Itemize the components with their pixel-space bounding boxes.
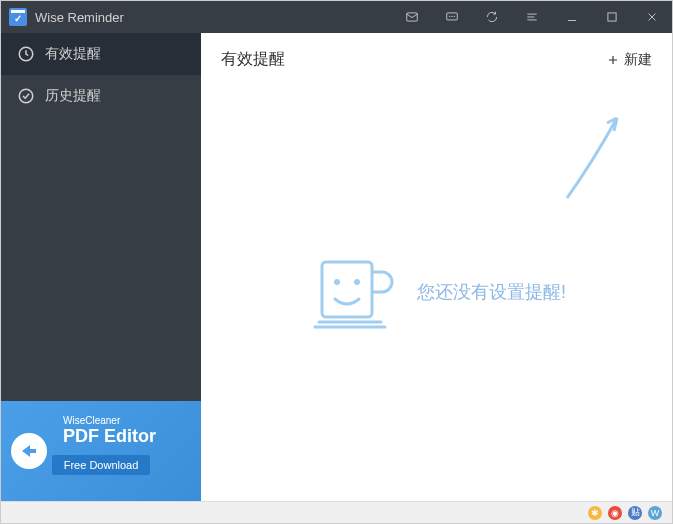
- new-reminder-button[interactable]: 新建: [606, 51, 652, 69]
- empty-row: 您还没有设置提醒!: [307, 247, 566, 337]
- svg-point-11: [354, 279, 360, 285]
- tray-icon-1[interactable]: ✱: [588, 506, 602, 520]
- promo-download-button[interactable]: Free Download: [52, 455, 151, 475]
- pdf-icon: [9, 431, 49, 471]
- check-circle-icon: [17, 87, 35, 105]
- main-header: 有效提醒 新建: [201, 33, 672, 82]
- minimize-icon: [565, 10, 579, 24]
- promo-banner[interactable]: WiseCleaner PDF Editor Free Download: [1, 401, 201, 501]
- sidebar-items: 有效提醒 历史提醒: [1, 33, 201, 401]
- refresh-button[interactable]: [472, 1, 512, 33]
- refresh-icon: [485, 10, 499, 24]
- clock-icon: [17, 45, 35, 63]
- feedback-button[interactable]: [432, 1, 472, 33]
- hint-arrow-icon: [552, 103, 632, 203]
- cup-icon: [307, 247, 397, 337]
- svg-point-7: [19, 89, 33, 103]
- new-button-label: 新建: [624, 51, 652, 69]
- app-title: Wise Reminder: [35, 10, 124, 25]
- menu-icon: [525, 10, 539, 24]
- empty-text: 您还没有设置提醒!: [417, 280, 566, 304]
- svg-point-2: [449, 16, 450, 17]
- svg-rect-0: [407, 13, 418, 21]
- tray-icon-tieba[interactable]: 贴: [628, 506, 642, 520]
- maximize-button[interactable]: [592, 1, 632, 33]
- promo-brand: WiseCleaner: [63, 415, 189, 426]
- close-button[interactable]: [632, 1, 672, 33]
- titlebar: Wise Reminder: [1, 1, 672, 33]
- tray-icon-weibo[interactable]: ◉: [608, 506, 622, 520]
- svg-rect-9: [322, 262, 372, 317]
- svg-point-3: [452, 16, 453, 17]
- promo-title: PDF Editor: [63, 426, 189, 447]
- svg-rect-5: [608, 13, 616, 21]
- main-panel: 有效提醒 新建: [201, 33, 672, 501]
- page-title: 有效提醒: [221, 49, 285, 70]
- sidebar: 有效提醒 历史提醒 WiseCleaner PDF Editor Free Do…: [1, 33, 201, 501]
- titlebar-buttons: [392, 1, 672, 33]
- sidebar-item-history[interactable]: 历史提醒: [1, 75, 201, 117]
- tray-icon-wise[interactable]: W: [648, 506, 662, 520]
- content: 有效提醒 历史提醒 WiseCleaner PDF Editor Free Do…: [1, 33, 672, 501]
- sidebar-label: 有效提醒: [45, 45, 101, 63]
- sidebar-item-active-reminders[interactable]: 有效提醒: [1, 33, 201, 75]
- svg-point-10: [334, 279, 340, 285]
- mail-button[interactable]: [392, 1, 432, 33]
- app-window: Wise Reminder: [0, 0, 673, 524]
- close-icon: [645, 10, 659, 24]
- sidebar-label: 历史提醒: [45, 87, 101, 105]
- menu-button[interactable]: [512, 1, 552, 33]
- plus-icon: [606, 53, 620, 67]
- titlebar-left: Wise Reminder: [1, 8, 392, 26]
- svg-point-4: [454, 16, 455, 17]
- mail-icon: [405, 10, 419, 24]
- maximize-icon: [605, 10, 619, 24]
- feedback-icon: [445, 10, 459, 24]
- minimize-button[interactable]: [552, 1, 592, 33]
- tray-bar: ✱ ◉ 贴 W: [1, 501, 672, 523]
- app-icon: [9, 8, 27, 26]
